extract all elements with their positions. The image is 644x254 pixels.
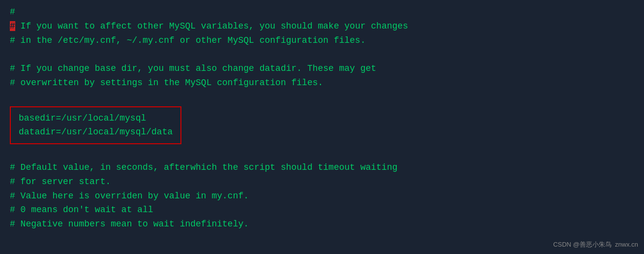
code-line-5: # If you change base dir, you must also … <box>10 62 634 76</box>
watermark: CSDN @善恶小朱鸟 znwx.cn <box>553 240 638 250</box>
watermark-domain: znwx.cn <box>615 241 638 248</box>
code-line-14: # Negative numbers mean to wait indefini… <box>10 217 634 231</box>
code-line-12: # Value here is overriden by value in my… <box>10 189 634 203</box>
code-line-11: # for server start. <box>10 175 634 189</box>
code-line-7 <box>10 90 634 104</box>
highlighted-config-block: basedir=/usr/local/mysql datadir=/usr/lo… <box>10 106 181 145</box>
code-line-9 <box>10 146 634 160</box>
code-line-4 <box>10 47 634 62</box>
code-line-13: # 0 means don't wait at all <box>10 203 634 217</box>
terminal-window: # # If you want to affect other MySQL va… <box>0 0 644 254</box>
code-line-1: # <box>10 5 634 19</box>
code-line-2: # If you want to affect other MySQL vari… <box>10 19 634 33</box>
code-line-6: # overwritten by settings in the MySQL c… <box>10 76 634 90</box>
code-line-3: # in the /etc/my.cnf, ~/.my.cnf or other… <box>10 33 634 48</box>
datadir-line: datadir=/usr/local/mysql/data <box>19 125 173 139</box>
code-line-10: # Default value, in seconds, afterwhich … <box>10 160 634 175</box>
basedir-line: basedir=/usr/local/mysql <box>19 111 173 126</box>
